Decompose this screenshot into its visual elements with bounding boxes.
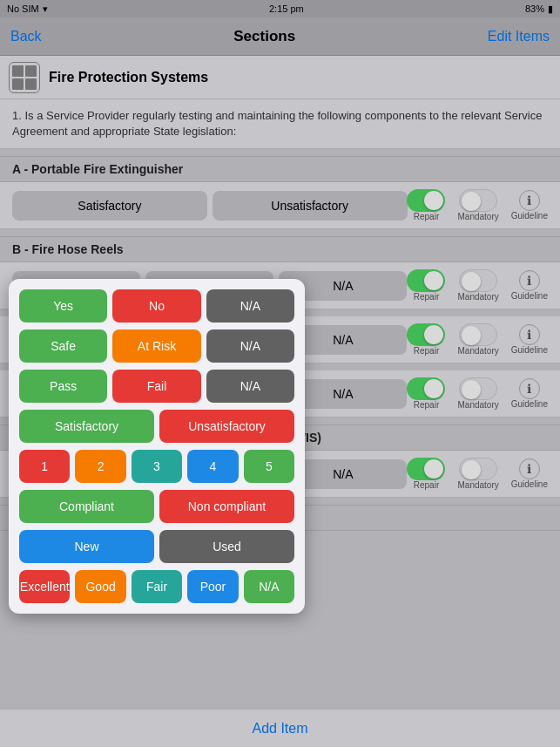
popup-na-btn-1[interactable]: N/A <box>206 289 294 323</box>
popup-satisfactory-btn[interactable]: Satisfactory <box>19 410 154 443</box>
popup-row-5: 1 2 3 4 5 <box>19 450 294 483</box>
popup-num-3-btn[interactable]: 3 <box>132 450 182 483</box>
popup-fail-btn[interactable]: Fail <box>112 370 200 403</box>
popup-row-2: Safe At Risk N/A <box>19 329 294 363</box>
popup-row-1: Yes No N/A <box>19 289 294 323</box>
rating-type-popup: Yes No N/A Safe At Risk N/A Pass Fail N/… <box>9 279 305 614</box>
popup-row-3: Pass Fail N/A <box>19 370 294 403</box>
popup-row-4: Satisfactory Unsatisfactory <box>19 410 294 443</box>
popup-na-btn-2[interactable]: N/A <box>206 329 294 363</box>
popup-new-btn[interactable]: New <box>19 530 154 563</box>
popup-fair-btn[interactable]: Fair <box>132 570 182 603</box>
popup-row-8: Excellent Good Fair Poor N/A <box>19 570 294 603</box>
popup-compliant-btn[interactable]: Compliant <box>19 490 154 523</box>
popup-num-2-btn[interactable]: 2 <box>75 450 125 483</box>
popup-noncompliant-btn[interactable]: Non compliant <box>159 490 294 523</box>
popup-excellent-btn[interactable]: Excellent <box>19 570 70 603</box>
popup-poor-btn[interactable]: Poor <box>187 570 238 603</box>
popup-na-btn-8[interactable]: N/A <box>244 570 294 603</box>
popup-num-4-btn[interactable]: 4 <box>187 450 238 483</box>
popup-atrisk-btn[interactable]: At Risk <box>112 329 200 363</box>
popup-safe-btn[interactable]: Safe <box>19 329 107 363</box>
popup-used-btn[interactable]: Used <box>159 530 294 563</box>
popup-no-btn[interactable]: No <box>112 289 200 323</box>
popup-na-btn-3[interactable]: N/A <box>206 370 294 403</box>
popup-row-6: Compliant Non compliant <box>19 490 294 523</box>
popup-row-7: New Used <box>19 530 294 563</box>
popup-good-btn[interactable]: Good <box>75 570 125 603</box>
popup-pass-btn[interactable]: Pass <box>19 370 107 403</box>
popup-num-5-btn[interactable]: 5 <box>244 450 294 483</box>
popup-unsatisfactory-btn[interactable]: Unsatisfactory <box>159 410 294 443</box>
popup-yes-btn[interactable]: Yes <box>19 289 107 323</box>
popup-num-1-btn[interactable]: 1 <box>19 450 70 483</box>
